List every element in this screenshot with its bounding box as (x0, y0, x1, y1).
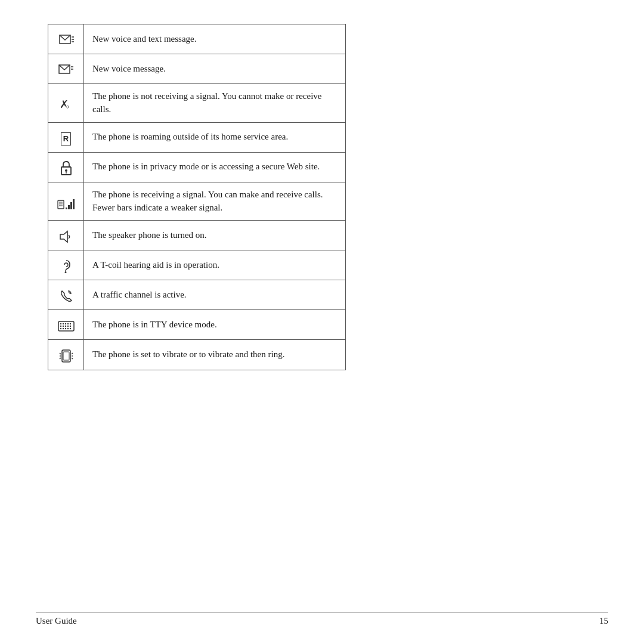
table-row: The phone is in privacy mode or is acces… (48, 152, 346, 182)
svg-line-42 (72, 353, 73, 354)
desc-cell: New voice and text message. (84, 24, 346, 54)
icon-cell (48, 340, 84, 370)
svg-rect-16 (66, 208, 67, 209)
svg-point-25 (64, 326, 66, 327)
voicemail-icon (58, 62, 74, 75)
icon-cell (48, 54, 84, 84)
page-footer: User Guide 15 (36, 612, 608, 626)
svg-point-28 (60, 328, 61, 329)
svg-line-41 (60, 358, 61, 359)
desc-cell: New voice message. (84, 54, 346, 84)
svg-point-37 (69, 323, 70, 324)
footer-left: User Guide (36, 616, 77, 626)
signal-icon (57, 194, 75, 208)
table-row: The phone is receiving a signal. You can… (48, 182, 346, 221)
icon-cell (48, 310, 84, 340)
icon-cell: ✗ ₀ (48, 84, 84, 123)
icon-cell (48, 280, 84, 310)
icon-cell (48, 24, 84, 54)
svg-point-33 (60, 323, 61, 324)
svg-point-34 (62, 323, 63, 324)
svg-line-39 (60, 353, 61, 354)
desc-cell: The phone is set to vibrate or to vibrat… (84, 340, 346, 370)
table-row: The phone is in TTY device mode. (48, 310, 346, 340)
table-row: New voice and text message. (48, 24, 346, 54)
table-row: R The phone is roaming outside of its ho… (48, 122, 346, 152)
svg-point-35 (64, 323, 66, 324)
svg-point-26 (67, 326, 68, 327)
desc-cell: A traffic channel is active. (84, 280, 346, 310)
svg-point-21 (64, 271, 66, 273)
desc-cell: The phone is in TTY device mode. (84, 310, 346, 340)
table-row: New voice message. (48, 54, 346, 84)
svg-rect-45 (63, 352, 69, 360)
speaker-icon (59, 228, 73, 242)
svg-point-36 (67, 323, 68, 324)
table-row: The speaker phone is turned on. (48, 221, 346, 250)
tty-icon (58, 318, 75, 331)
icon-cell (48, 221, 84, 250)
icon-cell (48, 152, 84, 182)
voicetext-icon (59, 30, 73, 44)
icon-table: New voice and text message. (48, 24, 346, 370)
svg-point-27 (69, 326, 70, 327)
svg-line-44 (72, 358, 73, 359)
svg-rect-19 (73, 199, 75, 209)
table-row: ✗ ₀ The phone is not receiving a signal.… (48, 84, 346, 123)
icon-cell (48, 250, 84, 280)
desc-cell: A T-coil hearing aid is in operation. (84, 250, 346, 280)
table-row: A T-coil hearing aid is in operation. (48, 250, 346, 280)
svg-point-29 (62, 328, 63, 329)
traffic-icon (59, 288, 73, 301)
table-row: The phone is set to vibrate or to vibrat… (48, 340, 346, 370)
svg-text:₀: ₀ (66, 102, 69, 109)
lock-icon (60, 160, 73, 174)
tcoil-icon (59, 258, 73, 271)
icon-cell (48, 182, 84, 221)
svg-point-32 (69, 328, 70, 329)
vibrate-icon (58, 348, 75, 361)
page-content: New voice and text message. (0, 0, 644, 418)
svg-rect-12 (58, 200, 64, 209)
desc-cell: The phone is roaming outside of its home… (84, 122, 346, 152)
svg-rect-17 (68, 205, 70, 209)
svg-point-10 (65, 169, 67, 172)
footer-right: 15 (599, 616, 608, 626)
desc-cell: The phone is not receiving a signal. You… (84, 84, 346, 123)
table-row: A traffic channel is active. (48, 280, 346, 310)
icon-cell: R (48, 122, 84, 152)
svg-point-23 (60, 326, 61, 327)
desc-cell: The phone is in privacy mode or is acces… (84, 152, 346, 182)
no-signal-icon: ✗ ₀ (58, 96, 74, 109)
roaming-icon: R (61, 131, 71, 144)
svg-point-31 (67, 328, 68, 329)
desc-cell: The speaker phone is turned on. (84, 221, 346, 250)
svg-marker-20 (60, 231, 67, 242)
svg-point-24 (62, 326, 63, 327)
svg-point-30 (64, 328, 66, 329)
desc-cell: The phone is receiving a signal. You can… (84, 182, 346, 221)
svg-rect-18 (70, 202, 72, 209)
